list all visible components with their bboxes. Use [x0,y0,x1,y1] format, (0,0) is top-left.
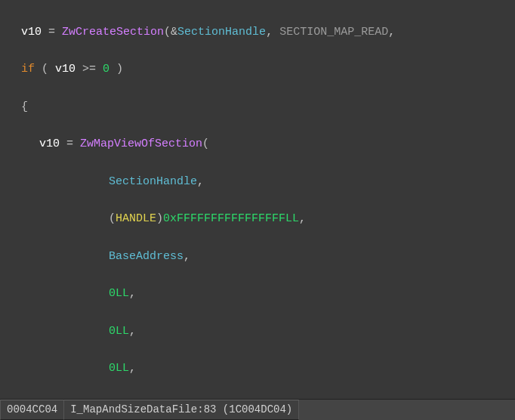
tok-num: 0xFFFFFFFFFFFFFFFFLL [163,212,299,225]
code-line: v10 = ZwCreateSection(&SectionHandle, SE… [3,23,515,42]
tok-lp: ( [109,212,116,225]
tok-end: , [129,362,136,375]
tok-lp: ( [35,63,55,76]
code-line: { [3,98,515,117]
code-line: v10 = ZwMapViewOfSection( [3,135,515,154]
tok-rp: ) [156,212,163,225]
tok-amp: & [171,26,177,39]
tok-open: ( [202,137,209,150]
status-address[interactable]: 0004CC04 [0,400,64,420]
status-bar: 0004CC04 I_MapAndSizeDataFile:83 (1C004D… [0,399,515,420]
tok-arg: SectionHandle [177,26,266,39]
tok-func: ZwCreateSection [62,26,164,39]
tok-var: v10 [55,63,76,76]
tok-var: v10 [21,26,42,39]
status-location[interactable]: I_MapAndSizeDataFile:83 (1C004DC04) [63,400,299,420]
code-line: (HANDLE)0xFFFFFFFFFFFFFFFFLL, [3,210,515,229]
tok-end: , [388,26,395,39]
tok-end: , [197,175,204,188]
tok-end: , [299,212,306,225]
tok-arg: SectionHandle [109,175,197,188]
tok-end: , [129,287,136,300]
code-line: if ( v10 >= 0 ) [3,60,515,79]
tok-arg: BaseAddress [109,250,183,263]
code-line: 0LL, [3,360,515,378]
code-line: 0LL, [3,285,515,304]
tok-num: 0LL [109,287,129,300]
tok-eq: = [42,26,62,39]
tok-var: v10 [39,137,60,150]
tok-paren: ( [164,26,171,39]
tok-num: 0LL [109,325,129,338]
tok-end: , [183,250,190,263]
tok-end: , [129,325,136,338]
code-line: SectionHandle, [3,173,515,192]
tok-op: >= [76,63,103,76]
tok-brace: { [21,100,28,113]
tok-eq: = [60,137,80,150]
tok-macro: SECTION_MAP_READ [279,26,388,39]
tok-kw: if [21,63,35,76]
tok-func: ZwMapViewOfSection [80,137,202,150]
tok-rp: ) [109,63,123,76]
tok-num: 0LL [109,362,129,375]
tok-type: HANDLE [116,212,156,225]
tok-comma: , [266,26,279,39]
tok-num: 0 [103,63,109,76]
code-line: 0LL, [3,323,515,341]
code-line: BaseAddress, [3,248,515,267]
code-editor[interactable]: v10 = ZwCreateSection(&SectionHandle, SE… [0,0,515,397]
